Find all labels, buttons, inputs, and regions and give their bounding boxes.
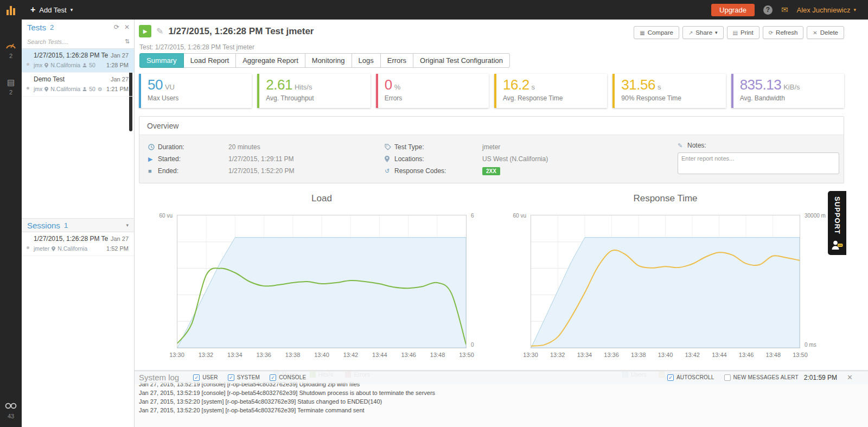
compare-label: Compare bbox=[648, 29, 673, 36]
tests-count: 2 bbox=[50, 23, 54, 31]
load-right-axis-max: 6 bbox=[471, 213, 474, 219]
new-messages-alert-label: NEW MESSAGES ALERT bbox=[733, 374, 799, 380]
filter-system-checkbox[interactable]: ✓ SYSTEM bbox=[228, 374, 260, 381]
tab-load-report[interactable]: Load Report bbox=[183, 53, 237, 68]
kpi-value: 835.13 bbox=[740, 77, 782, 93]
sessions-panel-header[interactable]: Sessions 1 ▾ bbox=[22, 218, 134, 232]
x-tick-label: 13:48 bbox=[430, 352, 445, 358]
system-log-title: System log bbox=[139, 373, 179, 382]
status-dot-icon bbox=[27, 63, 29, 66]
help-icon[interactable]: ? bbox=[763, 5, 773, 15]
response-plot-area[interactable] bbox=[531, 215, 800, 348]
blazemeter-logo-icon[interactable] bbox=[0, 0, 22, 20]
topbar-right: Upgrade ? ✉ Alex Juchniewicz ▾ bbox=[711, 4, 868, 16]
share-icon: ↗ bbox=[688, 30, 693, 36]
mail-icon[interactable]: ✉ bbox=[781, 5, 788, 15]
share-button[interactable]: ↗ Share ▾ bbox=[682, 26, 724, 39]
kpi-value: 0 bbox=[385, 77, 392, 93]
app-window: + Add Test ▾ Upgrade ? ✉ Alex Juchniewic… bbox=[0, 0, 868, 427]
duration-value: 20 minutes bbox=[228, 143, 260, 151]
tab-errors[interactable]: Errors bbox=[380, 53, 413, 68]
x-tick-label: 13:42 bbox=[685, 352, 700, 358]
close-icon[interactable]: ✕ bbox=[124, 23, 130, 31]
refresh-icon[interactable]: ⟳ bbox=[114, 23, 119, 31]
checkbox-checked-icon: ✓ bbox=[193, 374, 200, 381]
log-line: Jan 27, 2015, 13:52:20 [system] [r-op-be… bbox=[139, 397, 868, 406]
started-label: Started: bbox=[158, 155, 228, 163]
plus-icon: + bbox=[30, 5, 35, 15]
checkbox-checked-icon: ✓ bbox=[270, 374, 276, 381]
delete-label: Delete bbox=[820, 29, 838, 36]
test-location: N.California bbox=[50, 62, 80, 68]
sort-icon[interactable]: ⇅ bbox=[125, 38, 130, 45]
load-x-axis: 13:3013:3213:3413:3613:3813:4013:4213:44… bbox=[177, 352, 467, 359]
notes-textarea[interactable] bbox=[678, 152, 839, 174]
new-messages-alert-checkbox[interactable]: ✓ NEW MESSAGES ALERT bbox=[724, 374, 799, 381]
kpi-errors: 0% Errors bbox=[376, 74, 489, 108]
location-pin-icon bbox=[44, 63, 48, 68]
x-tick-label: 13:38 bbox=[631, 352, 646, 358]
binoculars-icon bbox=[5, 403, 17, 409]
kpi-value: 2.61 bbox=[266, 77, 292, 93]
tab-logs[interactable]: Logs bbox=[352, 53, 381, 68]
response-right-axis-max: 30000 m bbox=[805, 213, 826, 219]
response-codes-icon: ↺ bbox=[385, 168, 394, 175]
load-plot-area[interactable] bbox=[177, 215, 467, 348]
kpi-90pct-response-time: 31.56s 90% Response Time bbox=[612, 74, 725, 108]
tab-aggregate-report[interactable]: Aggregate Report bbox=[235, 53, 305, 68]
delete-button[interactable]: ✕ Delete bbox=[807, 26, 844, 39]
test-title: 1/27/2015, 1:26:28 PM Te... bbox=[34, 52, 108, 59]
stop-icon: ■ bbox=[148, 168, 158, 174]
rail-reports-count: 2 bbox=[0, 89, 22, 95]
checkbox-checked-icon: ✓ bbox=[667, 374, 674, 381]
kpi-unit: Hits/s bbox=[295, 83, 312, 91]
x-tick-label: 13:36 bbox=[604, 352, 619, 358]
kpi-unit: KiB/s bbox=[783, 83, 800, 91]
tab-monitoring[interactable]: Monitoring bbox=[305, 53, 352, 68]
test-users: 50 bbox=[89, 86, 95, 92]
test-list-item[interactable]: 1/27/2015, 1:26:28 PM Te... Jan 27 jmx N… bbox=[22, 49, 134, 73]
filter-console-checkbox[interactable]: ✓ CONSOLE bbox=[270, 374, 306, 381]
tab-original-test-configuration[interactable]: Original Test Configuration bbox=[413, 53, 510, 68]
refresh-button[interactable]: ⟳ Refresh bbox=[763, 26, 804, 39]
overview-body: Duration: 20 minutes ▶ Started: 1/27/201… bbox=[139, 135, 844, 183]
location-pin-icon bbox=[52, 246, 55, 251]
chevron-down-icon: ▾ bbox=[853, 7, 856, 12]
rail-item-reports[interactable]: ▤ 2 bbox=[0, 78, 22, 95]
log-line: Jan 27, 2015, 13:52:19 [console] [r-op-b… bbox=[139, 388, 868, 397]
kpi-label: Max Users bbox=[148, 94, 245, 102]
close-icon[interactable]: ✕ bbox=[847, 373, 853, 381]
kpi-label: 90% Response Time bbox=[621, 94, 719, 102]
print-button[interactable]: ▤ Print bbox=[727, 26, 760, 39]
kpi-avg-response-time: 16.2s Avg. Response Time bbox=[494, 74, 607, 108]
location-pin-icon bbox=[44, 87, 48, 92]
add-test-button[interactable]: + Add Test ▾ bbox=[30, 5, 73, 15]
tests-search-row: ⇅ bbox=[22, 35, 134, 49]
session-list-item[interactable]: 1/27/2015, 1:26:28 PM Te... Jan 27 jmete… bbox=[22, 232, 134, 256]
chevron-down-icon[interactable]: ▾ bbox=[126, 222, 129, 228]
rail-item-tests[interactable]: 2 bbox=[0, 41, 22, 59]
users-icon bbox=[82, 63, 87, 67]
rail-item-finder[interactable]: 43 bbox=[0, 401, 22, 419]
test-date: Jan 27 bbox=[111, 76, 129, 82]
autoscroll-checkbox[interactable]: ✓ AUTOSCROLL bbox=[667, 374, 714, 381]
upgrade-button[interactable]: Upgrade bbox=[711, 4, 755, 16]
tests-panel-header: Tests 2 ⟳ ✕ bbox=[22, 20, 134, 35]
kpi-avg-bandwidth: 835.13KiB/s Avg. Bandwidth bbox=[731, 74, 844, 108]
compare-button[interactable]: ▦ Compare bbox=[634, 26, 679, 39]
test-list-item[interactable]: Demo Test Jan 27 jmx N.California 50 ⚙ 1… bbox=[22, 73, 134, 97]
user-menu[interactable]: Alex Juchniewicz ▾ bbox=[796, 6, 856, 14]
system-log-lines: Jan 27, 2015, 13:52:19 [console] [r-op-b… bbox=[139, 380, 868, 415]
kpi-label: Avg. Response Time bbox=[503, 94, 601, 102]
filter-system-label: SYSTEM bbox=[237, 374, 260, 380]
search-input[interactable] bbox=[27, 39, 125, 45]
filter-user-label: USER bbox=[202, 374, 218, 380]
filter-user-checkbox[interactable]: ✓ USER bbox=[193, 374, 218, 381]
play-button[interactable]: ▶ bbox=[139, 25, 151, 37]
play-icon: ▶ bbox=[148, 156, 158, 163]
edit-pencil-icon[interactable]: ✎ bbox=[156, 26, 163, 36]
response-left-axis-label: 60 vu bbox=[497, 213, 526, 219]
tab-summary[interactable]: Summary bbox=[139, 53, 184, 68]
test-type: jmx bbox=[34, 86, 42, 92]
support-tab[interactable]: SUPPORT bbox=[828, 191, 846, 255]
